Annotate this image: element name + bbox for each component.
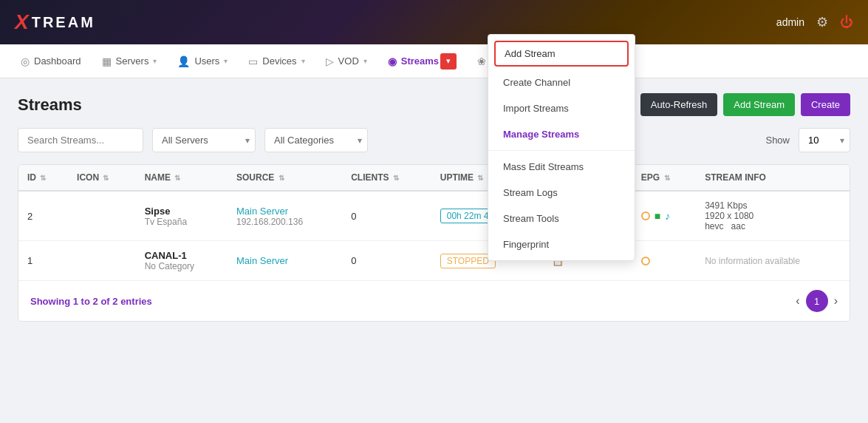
cell-icon bbox=[68, 241, 136, 281]
servers-chevron: ▾ bbox=[153, 57, 157, 65]
page-header: Streams 🔍 Auto-Refresh Add Stream Create bbox=[18, 93, 850, 116]
dropdown-item-create-channel[interactable]: Create Channel bbox=[488, 70, 635, 95]
prev-page-button[interactable]: ‹ bbox=[796, 294, 799, 308]
nav-item-servers[interactable]: ▦ Servers ▾ bbox=[93, 50, 166, 73]
topbar-right: admin ⚙ ⏻ bbox=[776, 14, 853, 30]
no-info-text: No information available bbox=[705, 256, 800, 266]
next-page-button[interactable]: › bbox=[834, 294, 838, 308]
settings-icon[interactable]: ⚙ bbox=[816, 14, 828, 30]
cell-id: 2 bbox=[18, 191, 68, 241]
stream-name: CANAL-1 bbox=[145, 250, 219, 261]
dropdown-item-stream-tools[interactable]: Stream Tools bbox=[488, 206, 635, 231]
categories-select[interactable]: All Categories bbox=[264, 128, 368, 152]
devices-icon: ▭ bbox=[248, 55, 258, 67]
categories-select-wrap: All Categories bbox=[264, 128, 368, 152]
servers-icon: ▦ bbox=[102, 55, 112, 67]
logo-x-letter: X bbox=[15, 10, 29, 34]
col-name: NAME ⇅ bbox=[136, 165, 228, 191]
page-title: Streams bbox=[18, 95, 82, 115]
col-id: ID ⇅ bbox=[18, 165, 68, 191]
page-range: 1 to 2 bbox=[73, 296, 98, 307]
nav-item-devices[interactable]: ▭ Devices ▾ bbox=[239, 50, 313, 73]
bouquets-icon: ❀ bbox=[477, 55, 486, 67]
nav-label-streams: Streams bbox=[401, 55, 439, 67]
stream-sub: No Category bbox=[145, 261, 219, 271]
cell-clients: 0 bbox=[342, 241, 431, 281]
autorefresh-button[interactable]: Auto-Refresh bbox=[640, 93, 718, 116]
source-ip: 192.168.200.136 bbox=[236, 217, 333, 227]
dropdown-item-fingerprint[interactable]: Fingerprint bbox=[488, 231, 635, 257]
devices-chevron: ▾ bbox=[301, 57, 305, 65]
cell-stream-info: 3491 Kbps 1920 x 1080 hevc aac bbox=[696, 191, 850, 241]
epg-cell bbox=[641, 257, 687, 265]
nav-label-users: Users bbox=[194, 55, 219, 67]
col-stream-info: STREAM INFO bbox=[696, 165, 850, 191]
nav-item-vod[interactable]: ▷ VOD ▾ bbox=[317, 50, 376, 73]
cell-epg: ■ ♪ bbox=[632, 191, 696, 241]
nav-label-dashboard: Dashboard bbox=[34, 55, 81, 67]
nav-label-servers: Servers bbox=[116, 55, 149, 67]
nav-item-users[interactable]: 👤 Users ▾ bbox=[168, 50, 236, 73]
cell-name: CANAL-1 No Category bbox=[136, 241, 228, 281]
filter-row: All Servers All Categories Show 10 25 50… bbox=[18, 128, 850, 152]
table-row: 1 CANAL-1 No Category Main Server 0 STOP… bbox=[18, 241, 850, 281]
admin-label: admin bbox=[776, 16, 804, 28]
streams-table-wrap: ID ⇅ ICON ⇅ NAME ⇅ SOURCE ⇅ CLIENTS ⇅ UP… bbox=[18, 164, 850, 322]
stream-sub: Tv España bbox=[145, 217, 219, 227]
epg-status-dot bbox=[641, 212, 650, 220]
pagination: ‹ 1 › bbox=[796, 290, 838, 312]
stream-info-bitrate: 3491 Kbps bbox=[705, 200, 841, 211]
logo-text: TREAM bbox=[32, 14, 95, 31]
users-icon: 👤 bbox=[177, 55, 190, 67]
cell-name: Sipse Tv España bbox=[136, 191, 228, 241]
nav-label-vod: VOD bbox=[338, 55, 359, 67]
pagination-row: Showing 1 to 2 of 2 entries ‹ 1 › bbox=[18, 280, 850, 321]
search-input[interactable] bbox=[18, 128, 143, 152]
epg-cell: ■ ♪ bbox=[641, 210, 687, 222]
cell-source: Main Server 192.168.200.136 bbox=[228, 191, 342, 241]
vod-icon: ▷ bbox=[326, 55, 334, 67]
cell-stream-info: No information available bbox=[696, 241, 850, 281]
col-epg: EPG ⇅ bbox=[632, 165, 696, 191]
nav-item-streams[interactable]: ◉ Streams ▾ bbox=[379, 47, 465, 75]
nav-item-dashboard[interactable]: ◎ Dashboard bbox=[12, 50, 90, 73]
source-main: Main Server bbox=[236, 255, 333, 266]
show-label: Show bbox=[765, 135, 790, 146]
table-header-row: ID ⇅ ICON ⇅ NAME ⇅ SOURCE ⇅ CLIENTS ⇅ UP… bbox=[18, 165, 850, 191]
servers-select[interactable]: All Servers bbox=[152, 128, 256, 152]
dropdown-item-mass-edit-streams[interactable]: Mass Edit Streams bbox=[488, 154, 635, 180]
power-icon[interactable]: ⏻ bbox=[840, 15, 853, 30]
header-actions: 🔍 Auto-Refresh Add Stream Create bbox=[605, 93, 850, 116]
dropdown-item-import-streams[interactable]: Import Streams bbox=[488, 95, 635, 121]
show-select[interactable]: 10 25 50 100 bbox=[799, 128, 850, 152]
epg-green-icon: ■ bbox=[655, 210, 660, 222]
stream-info-resolution: 1920 x 1080 bbox=[705, 211, 841, 221]
cell-source: Main Server bbox=[228, 241, 342, 281]
table-row: 2 Sipse Tv España Main Server 192.168.20… bbox=[18, 191, 850, 241]
streams-dropdown-menu: Add Stream Create Channel Import Streams… bbox=[488, 34, 635, 261]
add-stream-button[interactable]: Add Stream bbox=[723, 93, 795, 116]
epg-audio-icon: ♪ bbox=[665, 210, 670, 222]
dropdown-item-add-stream[interactable]: Add Stream bbox=[494, 41, 629, 67]
servers-select-wrap: All Servers bbox=[152, 128, 256, 152]
page-number-1[interactable]: 1 bbox=[806, 290, 828, 312]
cell-id: 1 bbox=[18, 241, 68, 281]
stream-name: Sipse bbox=[145, 206, 219, 217]
streams-icon: ◉ bbox=[388, 55, 397, 67]
users-chevron: ▾ bbox=[224, 57, 228, 65]
total-entries: 2 bbox=[112, 296, 117, 307]
streams-dropdown-button[interactable]: ▾ bbox=[440, 53, 457, 70]
cell-clients: 0 bbox=[342, 191, 431, 241]
nav-label-devices: Devices bbox=[262, 55, 296, 67]
cell-epg bbox=[632, 241, 696, 281]
dropdown-item-stream-logs[interactable]: Stream Logs bbox=[488, 180, 635, 206]
logo: X TREAM bbox=[15, 10, 95, 34]
main-nav: ◎ Dashboard ▦ Servers ▾ 👤 Users ▾ ▭ Devi… bbox=[0, 44, 868, 78]
create-button[interactable]: Create bbox=[801, 93, 850, 116]
col-clients: CLIENTS ⇅ bbox=[342, 165, 431, 191]
dropdown-item-manage-streams[interactable]: Manage Streams bbox=[488, 121, 635, 147]
vod-chevron: ▾ bbox=[363, 57, 367, 65]
streams-table: ID ⇅ ICON ⇅ NAME ⇅ SOURCE ⇅ CLIENTS ⇅ UP… bbox=[18, 165, 850, 280]
col-source: SOURCE ⇅ bbox=[228, 165, 342, 191]
stream-info-codecs: hevc aac bbox=[705, 221, 841, 231]
